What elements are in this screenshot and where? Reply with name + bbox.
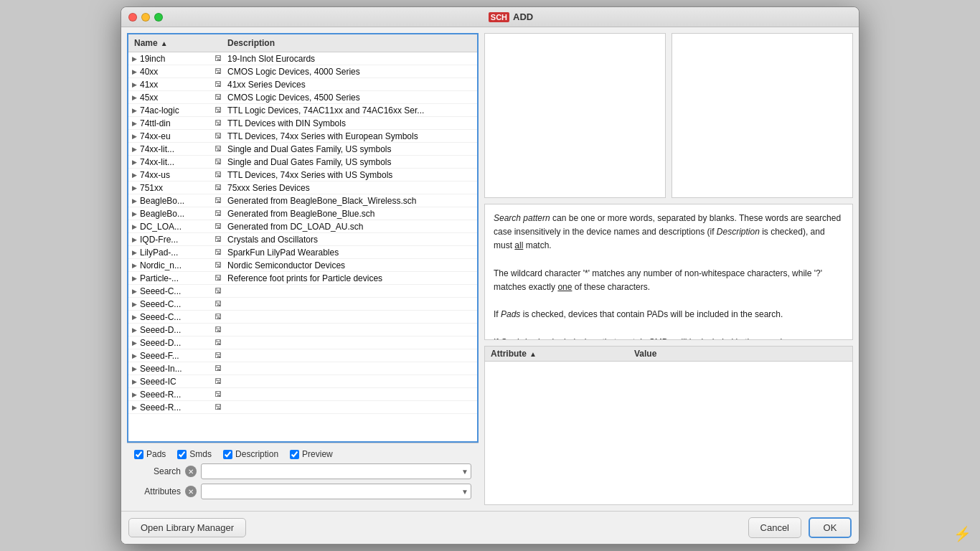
row-desc: CMOS Logic Devices, 4000 Series xyxy=(225,67,477,77)
row-icon: 🖫 xyxy=(212,377,225,385)
pads-label: Pads xyxy=(146,449,166,459)
preview-box xyxy=(484,33,666,198)
kicad-icon: ⚡ xyxy=(953,525,971,542)
pads-checkbox[interactable] xyxy=(134,450,143,459)
row-name: BeagleBo... xyxy=(140,196,212,206)
row-expand: ▶ xyxy=(128,107,140,114)
checkbox-row: Pads Smds Description Preview xyxy=(134,449,471,459)
table-row[interactable]: ▶ Particle-... 🖫 Reference foot prints f… xyxy=(128,272,477,285)
table-row[interactable]: ▶ 40xx 🖫 CMOS Logic Devices, 4000 Series xyxy=(128,65,477,78)
traffic-lights xyxy=(128,13,163,22)
row-expand: ▶ xyxy=(128,81,140,88)
row-name: 45xx xyxy=(140,93,212,103)
description-checkbox[interactable] xyxy=(223,450,232,459)
table-row[interactable]: ▶ DC_LOA... 🖫 Generated from DC_LOAD_AU.… xyxy=(128,220,477,233)
table-row[interactable]: ▶ Seeed-D... 🖫 xyxy=(128,324,477,336)
table-row[interactable]: ▶ 74xx-lit... 🖫 Single and Dual Gates Fa… xyxy=(128,143,477,156)
attributes-input[interactable] xyxy=(201,484,471,499)
row-name: Seeed-R... xyxy=(140,390,212,400)
attributes-clear-button[interactable]: ✕ xyxy=(185,486,197,497)
table-row[interactable]: ▶ Seeed-F... 🖫 xyxy=(128,349,477,362)
row-name: 74xx-us xyxy=(140,170,212,180)
table-row[interactable]: ▶ 74ttl-din 🖫 TTL Devices with DIN Symbo… xyxy=(128,117,477,130)
smds-checkbox-label[interactable]: Smds xyxy=(177,449,212,459)
table-row[interactable]: ▶ Seeed-C... 🖫 xyxy=(128,311,477,324)
table-row[interactable]: ▶ 74xx-eu 🖫 TTL Devices, 74xx Series wit… xyxy=(128,130,477,143)
row-expand: ▶ xyxy=(128,378,140,385)
row-expand: ▶ xyxy=(128,223,140,230)
attr-col-val: Value xyxy=(628,347,852,361)
row-expand: ▶ xyxy=(128,326,140,334)
search-clear-button[interactable]: ✕ xyxy=(185,466,197,477)
row-desc: Crystals and Oscillators xyxy=(225,235,477,245)
table-row[interactable]: ▶ 19inch 🖫 19-Inch Slot Eurocards xyxy=(128,52,477,65)
row-expand: ▶ xyxy=(128,365,140,372)
search-input[interactable] xyxy=(201,463,471,479)
table-row[interactable]: ▶ BeagleBo... 🖫 Generated from BeagleBon… xyxy=(128,207,477,220)
attr-body xyxy=(485,362,852,504)
row-desc: TTL Devices, 74xx Series with US Symbols xyxy=(225,170,477,180)
row-name: 74ttl-din xyxy=(140,118,212,128)
cancel-button[interactable]: Cancel xyxy=(748,517,801,538)
row-name: Seeed-D... xyxy=(140,338,212,348)
table-row[interactable]: ▶ Seeed-IC 🖫 xyxy=(128,375,477,388)
row-name: Seeed-F... xyxy=(140,351,212,361)
table-row[interactable]: ▶ IQD-Fre... 🖫 Crystals and Oscillators xyxy=(128,233,477,246)
row-icon: 🖫 xyxy=(212,184,225,192)
row-icon: 🖫 xyxy=(212,390,225,398)
help-text: Search pattern can be one or more words,… xyxy=(484,204,853,340)
table-row[interactable]: ▶ 74ac-logic 🖫 TTL Logic Devices, 74AC11… xyxy=(128,104,477,117)
row-desc: 41xx Series Devices xyxy=(225,80,477,90)
left-panel: Name ▲ Description ▶ 19inch 🖫 19-Inch Sl… xyxy=(127,33,479,505)
smds-checkbox[interactable] xyxy=(177,450,187,459)
table-row[interactable]: ▶ 74xx-us 🖫 TTL Devices, 74xx Series wit… xyxy=(128,169,477,182)
table-row[interactable]: ▶ Seeed-D... 🖫 xyxy=(128,336,477,349)
row-name: DC_LOA... xyxy=(140,222,212,232)
table-body[interactable]: ▶ 19inch 🖫 19-Inch Slot Eurocards ▶ 40xx… xyxy=(128,52,477,441)
row-icon: 🖫 xyxy=(212,67,225,75)
row-name: Nordic_n... xyxy=(140,260,212,270)
table-row[interactable]: ▶ Seeed-R... 🖫 xyxy=(128,388,477,401)
description-checkbox-label[interactable]: Description xyxy=(223,449,278,459)
table-row[interactable]: ▶ Seeed-In... 🖫 xyxy=(128,362,477,375)
preview-checkbox[interactable] xyxy=(290,450,299,459)
table-row[interactable]: ▶ Seeed-C... 🖫 xyxy=(128,285,477,298)
description-label: Description xyxy=(235,449,278,459)
open-library-manager-button[interactable]: Open Library Manager xyxy=(128,518,246,537)
table-row[interactable]: ▶ 74xx-lit... 🖫 Single and Dual Gates Fa… xyxy=(128,156,477,169)
row-name: 74ac-logic xyxy=(140,105,212,116)
preview-checkbox-label[interactable]: Preview xyxy=(290,449,333,459)
row-expand: ▶ xyxy=(128,94,140,101)
row-name: 19inch xyxy=(140,54,212,64)
row-expand: ▶ xyxy=(128,301,140,308)
table-row[interactable]: ▶ Nordic_n... 🖫 Nordic Semiconductor Dev… xyxy=(128,259,477,272)
minimize-button[interactable] xyxy=(141,13,150,22)
row-name: Seeed-In... xyxy=(140,364,212,374)
table-row[interactable]: ▶ 41xx 🖫 41xx Series Devices xyxy=(128,78,477,91)
row-desc: Generated from DC_LOAD_AU.sch xyxy=(225,222,477,232)
row-desc: CMOS Logic Devices, 4500 Series xyxy=(225,93,477,103)
table-row[interactable]: ▶ 45xx 🖫 CMOS Logic Devices, 4500 Series xyxy=(128,91,477,104)
close-button[interactable] xyxy=(128,13,137,22)
maximize-button[interactable] xyxy=(154,13,163,22)
row-expand: ▶ xyxy=(128,314,140,321)
pads-checkbox-label[interactable]: Pads xyxy=(134,449,166,459)
row-icon: 🖫 xyxy=(212,145,225,153)
col-desc-header: Description xyxy=(222,37,477,50)
table-row[interactable]: ▶ LilyPad-... 🖫 SparkFun LilyPad Wearabl… xyxy=(128,246,477,259)
table-row[interactable]: ▶ BeagleBo... 🖫 Generated from BeagleBon… xyxy=(128,194,477,207)
row-expand: ▶ xyxy=(128,146,140,153)
row-name: LilyPad-... xyxy=(140,248,212,258)
table-row[interactable]: ▶ 751xx 🖫 75xxx Series Devices xyxy=(128,182,477,194)
row-icon: 🖫 xyxy=(212,261,225,269)
attr-col-attr: Attribute ▲ xyxy=(485,347,628,361)
table-row[interactable]: ▶ Seeed-R... 🖫 xyxy=(128,401,477,414)
table-row[interactable]: ▶ Seeed-C... 🖫 xyxy=(128,298,477,311)
row-icon: 🖫 xyxy=(212,248,225,256)
row-desc: Reference foot prints for Particle devic… xyxy=(225,273,477,283)
ok-button[interactable]: OK xyxy=(809,517,852,538)
row-icon: 🖫 xyxy=(212,119,225,127)
row-expand: ▶ xyxy=(128,171,140,179)
row-desc: 75xxx Series Devices xyxy=(225,183,477,193)
row-icon: 🖫 xyxy=(212,55,225,62)
